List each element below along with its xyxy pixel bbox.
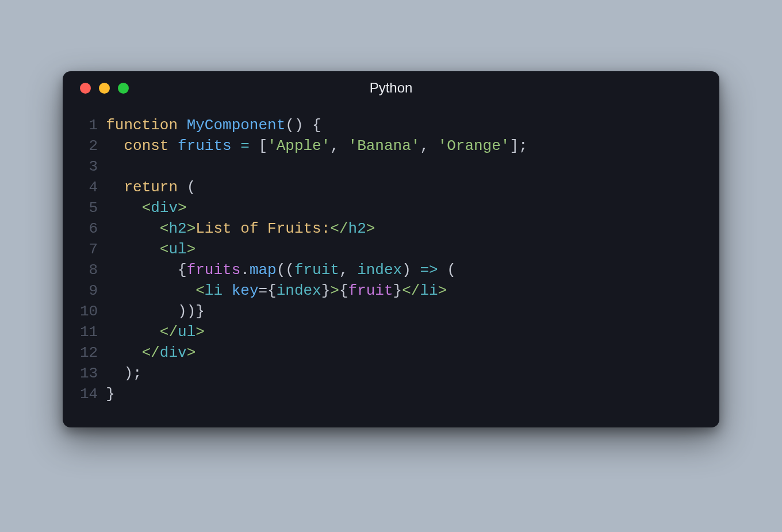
code-token: const	[124, 137, 168, 155]
code-token: return	[124, 179, 178, 196]
code-token: >	[330, 282, 339, 299]
code-line: 2 const fruits = ['Apple', 'Banana', 'Or…	[80, 136, 702, 156]
window-title: Python	[63, 80, 719, 96]
code-token: map	[250, 261, 277, 279]
code-token: div	[151, 199, 178, 217]
code-token: li	[420, 282, 438, 299]
code-token: function	[106, 117, 178, 134]
code-token: .	[240, 261, 250, 279]
code-token	[178, 117, 187, 134]
code-token: >	[366, 220, 375, 237]
traffic-lights	[63, 83, 129, 94]
code-token	[106, 241, 160, 258]
code-token: <	[195, 282, 205, 299]
code-line: 6 <h2>List of Fruits:</h2>	[80, 218, 702, 239]
line-number: 14	[80, 384, 98, 404]
code-token: key	[232, 282, 259, 299]
minimize-icon[interactable]	[99, 83, 110, 94]
code-token	[250, 137, 259, 155]
code-line: 12 </div>	[80, 342, 702, 363]
code-token: ((	[277, 261, 294, 279]
code-token: index	[277, 282, 321, 299]
code-token: ul	[168, 241, 186, 258]
code-line: 7 <ul>	[80, 239, 702, 260]
code-token: fruits	[187, 261, 241, 279]
code-line: 10 ))}	[80, 301, 702, 322]
code-line: 1function MyComponent() {	[80, 115, 702, 136]
code-token: ,	[330, 137, 348, 155]
code-token: ={	[258, 282, 276, 299]
code-token: MyComponent	[187, 117, 286, 134]
line-number: 13	[80, 363, 98, 384]
code-token	[223, 282, 232, 299]
code-token: >	[178, 199, 187, 217]
code-token: >	[195, 323, 205, 341]
code-token	[106, 282, 195, 299]
code-token	[106, 365, 124, 382]
code-token: </	[142, 344, 160, 361]
code-line: 11 </ul>	[80, 322, 702, 342]
line-number: 1	[80, 115, 98, 136]
code-token: fruit	[348, 282, 393, 299]
line-number: 7	[80, 239, 98, 260]
window-titlebar: Python	[63, 71, 719, 105]
code-token: (	[438, 261, 456, 279]
code-token	[106, 179, 124, 196]
code-token: <	[160, 241, 169, 258]
code-block: 1function MyComponent() {2 const fruits …	[80, 115, 702, 404]
maximize-icon[interactable]	[118, 83, 129, 94]
code-token: }	[393, 282, 402, 299]
code-token: h2	[348, 220, 366, 237]
code-token: List of Fruits:	[195, 220, 330, 237]
code-token: (	[187, 179, 196, 196]
code-token	[106, 344, 141, 361]
code-editor[interactable]: 1function MyComponent() {2 const fruits …	[63, 105, 719, 427]
code-token: 'Orange'	[438, 137, 510, 155]
code-window: Python 1function MyComponent() {2 const …	[63, 71, 719, 427]
code-line: 13 );	[80, 363, 702, 384]
code-token	[304, 117, 313, 134]
code-token: h2	[168, 220, 186, 237]
line-number: 8	[80, 260, 98, 280]
code-token	[106, 323, 160, 341]
code-token: fruit	[294, 261, 339, 279]
line-number: 12	[80, 342, 98, 363]
line-number: 2	[80, 136, 98, 156]
code-token: {	[312, 117, 321, 134]
code-token: ))}	[178, 303, 205, 320]
code-token: div	[160, 344, 187, 361]
code-token: </	[330, 220, 348, 237]
code-token: 'Banana'	[348, 137, 420, 155]
line-number: 6	[80, 218, 98, 239]
code-token: =	[240, 137, 250, 155]
code-token	[106, 199, 141, 217]
line-number: 9	[80, 280, 98, 301]
code-token: }	[321, 282, 331, 299]
code-token	[232, 137, 241, 155]
code-token: =>	[420, 261, 438, 279]
line-number: 4	[80, 177, 98, 198]
code-token: <	[160, 220, 169, 237]
code-line: 4 return (	[80, 177, 702, 198]
line-number: 5	[80, 198, 98, 218]
code-token: li	[205, 282, 223, 299]
code-token: 'Apple'	[267, 137, 330, 155]
code-token: ()	[285, 117, 303, 134]
code-token: >	[187, 241, 196, 258]
code-token: >	[187, 220, 196, 237]
line-number: 10	[80, 301, 98, 322]
close-icon[interactable]	[80, 83, 91, 94]
code-token: );	[124, 365, 141, 382]
code-line: 3	[80, 156, 702, 177]
code-token	[106, 303, 178, 320]
code-token	[106, 220, 160, 237]
code-line: 5 <div>	[80, 198, 702, 218]
code-token: <	[142, 199, 151, 217]
code-token	[106, 137, 124, 155]
code-token	[106, 261, 178, 279]
code-token: fruits	[178, 137, 232, 155]
line-number: 11	[80, 322, 98, 342]
line-number: 3	[80, 156, 98, 177]
code-token: </	[160, 323, 178, 341]
code-token: ,	[339, 261, 357, 279]
